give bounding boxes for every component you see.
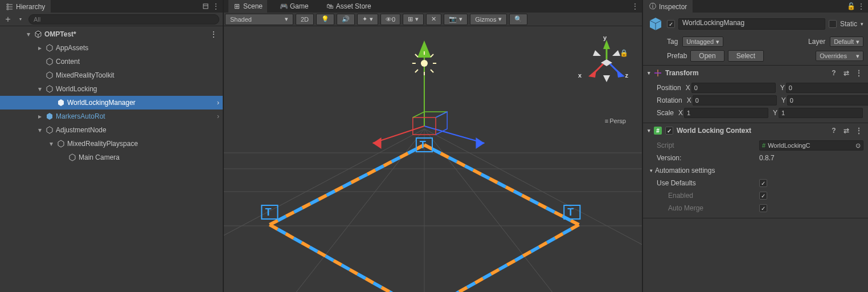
tree-item-content[interactable]: Content <box>0 55 223 68</box>
component-menu-icon[interactable]: ⋮ <box>854 68 863 78</box>
rotation-x-input[interactable] <box>693 95 777 106</box>
chevron-down-icon[interactable]: ▾ <box>861 21 863 27</box>
position-x-input[interactable] <box>691 83 776 93</box>
scene-root[interactable]: ▾ OMPTest* ⋮ <box>0 27 223 41</box>
panel-menu-icon[interactable]: ⋮ <box>211 2 220 11</box>
panel-menu-icon[interactable]: ⋮ <box>857 2 866 11</box>
tree-item-adjustmentnode[interactable]: ▾ AdjustmentNode <box>0 123 223 137</box>
bag-icon: 🛍 <box>326 2 334 10</box>
chevron-down-icon[interactable]: ▾ <box>25 30 32 38</box>
chevron-right-icon[interactable]: ▸ <box>36 44 43 52</box>
lock-icon[interactable]: 🔓 <box>846 2 855 11</box>
enabled-label: Enabled <box>668 192 759 200</box>
tools-icon: ✕ <box>431 15 436 23</box>
lighting-toggle[interactable]: 💡 <box>316 14 334 25</box>
search-icon: 🔍 <box>514 15 522 23</box>
static-checkbox[interactable] <box>829 20 837 28</box>
gizmos-dropdown[interactable]: Gizmos▾ <box>470 14 507 25</box>
tree-item-worldlockingmanager[interactable]: WorldLockingManager › <box>0 96 223 110</box>
fx-toggle[interactable]: ✦▾ <box>357 14 378 25</box>
chevron-right-icon[interactable]: › <box>217 112 219 120</box>
shading-dropdown[interactable]: Shaded▾ <box>225 14 293 25</box>
tree-label: WorldLocking <box>56 85 97 93</box>
wlc-enabled-checkbox[interactable] <box>665 127 673 135</box>
position-y-input[interactable] <box>786 83 868 93</box>
svg-marker-39 <box>593 50 601 56</box>
auto-merge-label: Auto Merge <box>668 204 759 212</box>
tools-toggle[interactable]: ✕ <box>426 14 441 25</box>
active-checkbox[interactable] <box>667 20 675 28</box>
grid-toggle[interactable]: ⊞▾ <box>403 14 424 25</box>
scene-viewport[interactable]: T T T <box>224 26 642 292</box>
orientation-gizmo[interactable]: y x z <box>580 36 626 82</box>
script-mini-icon: # <box>762 142 765 149</box>
svg-marker-32 <box>603 40 610 49</box>
scene-tab[interactable]: ⊞ Scene <box>228 0 267 13</box>
tree-item-worldlocking[interactable]: ▾ WorldLocking <box>0 82 223 96</box>
layer-dropdown[interactable]: Default▾ <box>830 36 863 47</box>
asset-store-label: Asset Store <box>336 2 371 10</box>
chevron-down-icon[interactable]: ▾ <box>648 70 650 76</box>
component-menu-icon[interactable]: ⋮ <box>854 126 863 135</box>
collapse-icon[interactable] <box>201 2 210 11</box>
tree-label: WorldLockingManager <box>67 99 136 107</box>
svg-line-8 <box>424 129 567 292</box>
visibility-toggle[interactable]: 👁0 <box>380 14 400 25</box>
chevron-down-icon[interactable]: ▾ <box>36 126 43 134</box>
audio-toggle[interactable]: 🔊 <box>337 14 355 25</box>
chevron-down-icon[interactable]: ▾ <box>48 140 55 148</box>
dropdown-icon[interactable]: ▾ <box>16 15 25 24</box>
object-picker-icon[interactable]: ⊙ <box>855 142 861 149</box>
inspector-tab[interactable]: ⓘ Inspector <box>643 0 693 13</box>
prefab-select-button[interactable]: Select <box>728 50 764 62</box>
tree-label: MixedRealityToolkit <box>56 71 114 79</box>
tag-dropdown[interactable]: Untagged▾ <box>682 36 723 47</box>
hierarchy-tab[interactable]: Hierarchy <box>0 0 51 13</box>
search-input[interactable] <box>28 14 219 25</box>
tree-item-mrtk[interactable]: MixedRealityToolkit <box>0 68 223 82</box>
tree-item-maincamera[interactable]: Main Camera <box>0 151 223 164</box>
transform-header[interactable]: ▾ Transform ? ⇄ ⋮ <box>643 66 868 80</box>
automation-header: Automation settings <box>655 167 715 175</box>
overrides-dropdown[interactable]: Overrides▾ <box>816 51 863 61</box>
preset-icon[interactable]: ⇄ <box>842 68 851 78</box>
lock-icon[interactable]: 🔒 <box>620 49 628 57</box>
chevron-right-icon[interactable]: ▸ <box>36 112 43 120</box>
inspector-tabbar: ⓘ Inspector 🔓 ⋮ <box>643 0 868 13</box>
add-button[interactable]: + <box>3 15 13 24</box>
scale-y-input[interactable] <box>779 108 863 118</box>
use-defaults-checkbox[interactable] <box>759 179 767 187</box>
axis-x-label: x <box>578 72 582 79</box>
preset-icon[interactable]: ⇄ <box>842 126 851 135</box>
rotation-y-input[interactable] <box>787 95 868 106</box>
chevron-down-icon[interactable]: ▾ <box>36 85 43 93</box>
inspector-panel: ⓘ Inspector 🔓 ⋮ WorldLockingManag Static… <box>642 0 868 292</box>
gameobject-icon <box>68 153 76 161</box>
projection-label[interactable]: ≡Persp <box>605 117 626 124</box>
tree-item-markersautorot[interactable]: ▸ MarkersAutoRot › <box>0 110 223 123</box>
chevron-down-icon[interactable]: ▾ <box>650 168 653 173</box>
asset-store-tab[interactable]: 🛍 Asset Store <box>321 0 376 13</box>
auto-merge-checkbox <box>759 204 767 212</box>
scale-x-input[interactable] <box>684 108 768 118</box>
gameobject-icon <box>46 44 54 52</box>
panel-menu-icon[interactable]: ⋮ <box>630 2 640 11</box>
help-icon[interactable]: ? <box>829 68 838 78</box>
chevron-down-icon[interactable]: ▾ <box>648 128 650 133</box>
camera-toggle[interactable]: 📷▾ <box>444 14 468 25</box>
tree-item-mrplayspace[interactable]: ▾ MixedRealityPlayspace <box>0 137 223 151</box>
wlc-header[interactable]: ▾ # World Locking Context ? ⇄ ⋮ <box>643 123 868 138</box>
context-menu-icon[interactable]: ⋮ <box>210 30 217 38</box>
object-name-field[interactable]: WorldLockingManag <box>678 18 825 30</box>
game-tab[interactable]: 🎮 Game <box>275 0 313 13</box>
2d-toggle[interactable]: 2D <box>296 14 314 25</box>
help-icon[interactable]: ? <box>829 126 838 135</box>
gameobject-icon <box>46 71 54 79</box>
wlc-title: World Locking Context <box>677 127 751 135</box>
automation-header-row[interactable]: ▾ Automation settings <box>648 164 863 177</box>
scene-search-button[interactable]: 🔍 <box>509 14 527 25</box>
tree-item-appassets[interactable]: ▸ AppAssets <box>0 41 223 55</box>
prefab-open-button[interactable]: Open <box>690 50 724 62</box>
chevron-right-icon[interactable]: › <box>217 99 219 107</box>
prefab-icon <box>57 99 65 107</box>
